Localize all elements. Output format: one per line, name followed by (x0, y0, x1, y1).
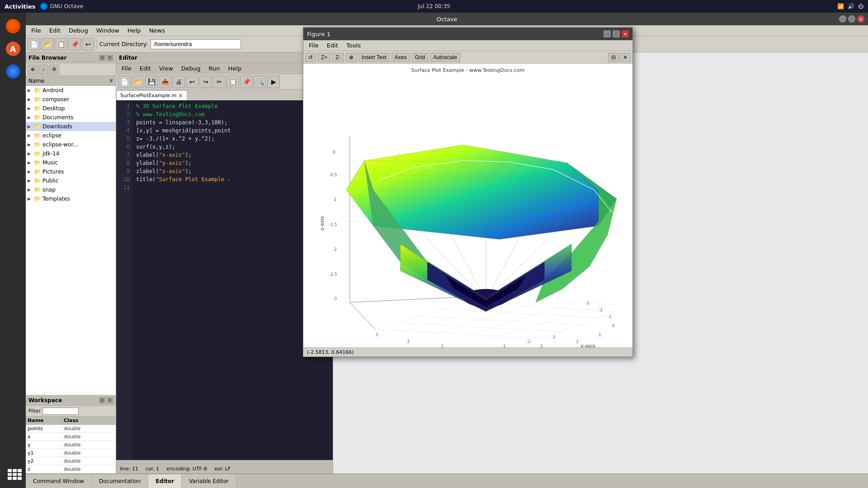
fig-grid-btn[interactable]: Grid (412, 53, 429, 62)
code-area[interactable]: 1 2 3 4 5 6 7 8 9 10 11 % 3D Surface Plo… (116, 100, 333, 460)
activities-button[interactable]: Activities (5, 3, 36, 10)
editor-new-btn[interactable]: 📄 (118, 75, 131, 88)
fig-close-button[interactable]: ✕ (622, 30, 629, 38)
editor-menu-help[interactable]: Help (225, 64, 245, 73)
editor-copy-btn[interactable]: 📋 (226, 75, 239, 88)
fig-side-undock-btn[interactable]: ⊟ (608, 53, 619, 62)
app-grid-launcher[interactable] (3, 465, 23, 484)
fig-insert-text-btn[interactable]: Insert Text (359, 53, 390, 62)
new-file-button[interactable]: 📄 (28, 38, 40, 51)
fig-autoscale-btn[interactable]: Autoscale (430, 53, 460, 62)
list-item[interactable]: ▶📁eclipse-wor... (26, 140, 116, 149)
editor-undo-btn[interactable]: ↩ (186, 75, 198, 88)
grid-icon (6, 467, 20, 482)
tab-variable-editor[interactable]: Variable Editor (182, 474, 236, 488)
fig-menu-tools[interactable]: Tools (343, 41, 364, 50)
fig-pan-btn[interactable]: ⊕ (346, 53, 357, 62)
menu-news[interactable]: News (146, 26, 169, 35)
table-row[interactable]: y1double (26, 449, 116, 457)
list-item[interactable]: ▶📁Pictures (26, 167, 116, 176)
tab-command-window[interactable]: Command Window (26, 474, 92, 488)
file-list[interactable]: ▶📁Android ▶📁composer ▶📁Desktop ▶📁Documen… (26, 86, 116, 395)
table-row[interactable]: y2double (26, 457, 116, 465)
octave-launcher[interactable] (3, 61, 23, 81)
fig-minimize-button[interactable]: ─ (604, 30, 611, 38)
close-button[interactable]: ✕ (857, 15, 864, 23)
copy-button[interactable]: 📋 (55, 38, 67, 51)
firefox-launcher[interactable] (3, 16, 23, 36)
file-browser-undock[interactable]: ⊟ (99, 55, 105, 61)
editor-open-btn[interactable]: 📂 (132, 75, 144, 88)
list-item[interactable]: ▶📁eclipse (26, 131, 116, 140)
menu-debug[interactable]: Debug (65, 26, 92, 35)
maximize-button[interactable]: □ (848, 15, 855, 23)
table-row[interactable]: zdouble (26, 465, 116, 474)
undo-button[interactable]: ↩ (82, 38, 94, 51)
editor-print-btn[interactable]: 🖨 (172, 75, 185, 88)
editor-paste-btn[interactable]: 📌 (240, 75, 253, 88)
octave-top-label[interactable]: GNU Octave (50, 3, 83, 9)
list-item[interactable]: ▶📁Desktop (26, 104, 116, 113)
fig-refresh-btn[interactable]: ↺ (305, 53, 316, 62)
table-row[interactable]: pointsdouble (26, 425, 116, 433)
figure-title: Figure 1 (307, 31, 330, 38)
list-item[interactable]: ▶📁composer (26, 95, 116, 104)
table-row[interactable]: ydouble (26, 441, 116, 449)
editor-menu-edit[interactable]: Edit (136, 64, 155, 73)
menu-edit[interactable]: Edit (46, 26, 64, 35)
open-file-button[interactable]: 📂 (41, 38, 54, 51)
power-icon[interactable]: ⏻ (858, 3, 863, 9)
list-item[interactable]: ▶📁jdk-14 (26, 149, 116, 158)
list-item-templates[interactable]: ▶📁Templates (26, 194, 116, 203)
svg-text:-2: -2 (333, 247, 337, 252)
tab-documentation[interactable]: Documentation (92, 474, 149, 488)
fig-axes-btn[interactable]: Axes (392, 53, 410, 62)
fb-settings-btn[interactable]: ⚙ (49, 65, 59, 75)
menu-help[interactable]: Help (124, 26, 145, 35)
list-item[interactable]: ▶📁Android (26, 86, 116, 95)
list-item[interactable]: ▶📁Documents (26, 113, 116, 122)
fig-zoom-plus-btn[interactable]: Z+ (318, 53, 330, 62)
fig-menu-file[interactable]: File (305, 41, 322, 50)
ubuntu-software-launcher[interactable]: A (3, 39, 23, 59)
fb-shortcut-btn[interactable]: ⊕ (28, 65, 38, 75)
list-item[interactable]: ▶📁Music (26, 158, 116, 167)
minimize-button[interactable]: ─ (839, 15, 846, 23)
current-dir-input[interactable] (151, 39, 241, 49)
editor-menu-file[interactable]: File (118, 64, 135, 73)
editor-cut-btn[interactable]: ✂ (213, 75, 226, 88)
editor-redo-btn[interactable]: ↪ (199, 75, 212, 88)
svg-text:1: 1 (441, 344, 443, 347)
editor-find-btn[interactable]: 🔍 (254, 75, 266, 88)
svg-text:-2: -2 (527, 339, 531, 344)
workspace-header: Workspace ⊟ ✕ (26, 395, 116, 406)
fig-menu-edit[interactable]: Edit (323, 41, 342, 50)
fig-side-close-btn[interactable]: ✕ (620, 53, 631, 62)
expand-arrow: ▶ (28, 124, 32, 129)
file-browser-close[interactable]: ✕ (107, 55, 113, 61)
editor-menu-run[interactable]: Run (205, 64, 224, 73)
editor-save-as-btn[interactable]: 📤 (159, 75, 171, 88)
editor-run-all-btn[interactable]: ▶ (267, 75, 280, 88)
menu-file[interactable]: File (28, 26, 45, 35)
editor-menu-debug[interactable]: Debug (178, 64, 204, 73)
workspace-filter-input[interactable] (42, 408, 79, 415)
paste-button[interactable]: 📌 (68, 38, 81, 51)
editor-menu-view[interactable]: View (156, 64, 177, 73)
fig-zoom-minus-btn[interactable]: Z- (332, 53, 344, 62)
list-item[interactable]: ▶📁snap (26, 185, 116, 194)
code-scrollbar[interactable] (116, 460, 333, 464)
list-item[interactable]: ▶📁Public (26, 176, 116, 185)
list-item-downloads[interactable]: ▶📁Downloads (26, 122, 116, 131)
editor-save-btn[interactable]: 💾 (145, 75, 158, 88)
workspace-undock[interactable]: ⊟ (99, 397, 105, 404)
tab-close-icon[interactable]: ✕ (179, 93, 183, 99)
menu-window[interactable]: Window (93, 26, 123, 35)
fb-up-btn[interactable]: ↑ (38, 65, 48, 75)
editor-tab-surfaceplot[interactable]: SurfacePlotExample.m ✕ (116, 90, 187, 100)
tab-editor[interactable]: Editor (148, 474, 182, 488)
workspace-close[interactable]: ✕ (107, 397, 113, 404)
fig-maximize-button[interactable]: □ (613, 30, 620, 38)
svg-text:-3: -3 (333, 296, 337, 301)
table-row[interactable]: xdouble (26, 433, 116, 441)
